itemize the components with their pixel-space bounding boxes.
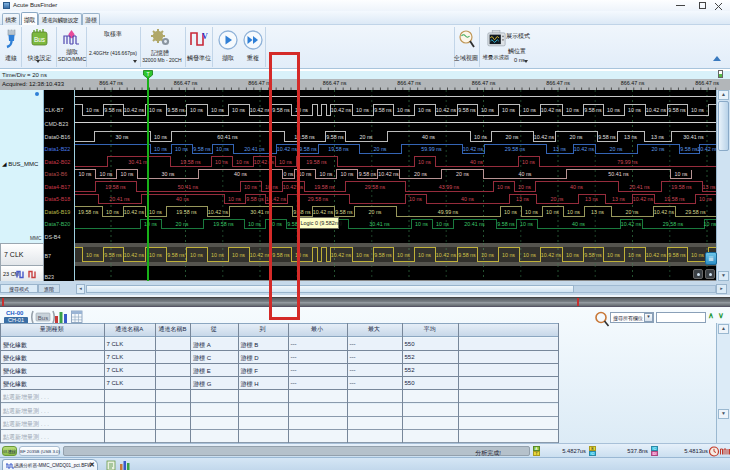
- svg-text:9.58 ns: 9.58 ns: [167, 107, 185, 113]
- svg-text:10 ns: 10 ns: [232, 252, 245, 258]
- svg-text:10.42 ns: 10.42 ns: [250, 252, 271, 258]
- svg-text:10.42 ns: 10.42 ns: [646, 252, 667, 258]
- svg-text:9.58 ns: 9.58 ns: [584, 252, 602, 258]
- svg-text:Data4-B17: Data4-B17: [45, 184, 71, 190]
- svg-text:13 ns: 13 ns: [612, 196, 625, 202]
- svg-text:10 ns: 10 ns: [418, 159, 431, 165]
- svg-text:10 ns: 10 ns: [607, 252, 620, 258]
- svg-text:10 ns: 10 ns: [190, 107, 203, 113]
- svg-text:9.58 ns: 9.58 ns: [335, 209, 353, 215]
- svg-text:T: T: [146, 71, 149, 77]
- svg-text:9.58 ns: 9.58 ns: [104, 252, 122, 258]
- svg-text:10 ns: 10 ns: [691, 252, 704, 258]
- svg-text:40 ns: 40 ns: [461, 196, 474, 202]
- svg-text:9.58 ns: 9.58 ns: [497, 221, 515, 227]
- svg-text:10 ns: 10 ns: [244, 184, 257, 190]
- svg-text:10.42 ns: 10.42 ns: [124, 209, 145, 215]
- svg-text:10 ns: 10 ns: [121, 171, 134, 177]
- svg-text:30 ns: 30 ns: [162, 171, 175, 177]
- svg-text:10.42 ns: 10.42 ns: [646, 107, 667, 113]
- svg-text:40 ns: 40 ns: [422, 134, 435, 140]
- svg-text:19.58 ns: 19.58 ns: [176, 209, 197, 215]
- svg-text:9.58 ns: 9.58 ns: [374, 107, 392, 113]
- svg-text:B7: B7: [45, 253, 52, 259]
- svg-text:10 ns: 10 ns: [356, 107, 369, 113]
- svg-text:49.99 ns: 49.99 ns: [438, 209, 459, 215]
- svg-text:20 ns: 20 ns: [414, 171, 427, 177]
- svg-text:10.42 ns: 10.42 ns: [436, 252, 457, 258]
- svg-text:20 ns: 20 ns: [626, 209, 639, 215]
- svg-text:10.42 ns: 10.42 ns: [124, 252, 145, 258]
- svg-text:19.58 ns: 19.58 ns: [78, 209, 99, 215]
- svg-text:10 ns: 10 ns: [79, 171, 92, 177]
- svg-text:40 ns: 40 ns: [234, 171, 247, 177]
- svg-text:10 ns: 10 ns: [546, 209, 559, 215]
- svg-text:10.42 ns: 10.42 ns: [633, 196, 654, 202]
- svg-text:9.58 ns: 9.58 ns: [598, 134, 616, 140]
- svg-text:19.58 ns: 19.58 ns: [306, 159, 327, 165]
- svg-text:13 ns: 13 ns: [651, 134, 664, 140]
- svg-text:Data7-B20: Data7-B20: [45, 221, 71, 227]
- svg-text:Data6-B19: Data6-B19: [45, 209, 71, 215]
- svg-text:10.42 ns: 10.42 ns: [463, 146, 484, 152]
- svg-text:50.41 ns: 50.41 ns: [608, 171, 629, 177]
- svg-text:10 ns: 10 ns: [248, 221, 261, 227]
- svg-text:10 ns: 10 ns: [211, 107, 224, 113]
- svg-text:10 ns: 10 ns: [86, 252, 99, 258]
- svg-text:10 ns: 10 ns: [436, 221, 449, 227]
- svg-text:9.58 ns: 9.58 ns: [167, 252, 185, 258]
- svg-text:30.41 ns: 30.41 ns: [369, 221, 390, 227]
- svg-text:13 ns: 13 ns: [553, 146, 566, 152]
- svg-text:10 ns: 10 ns: [86, 107, 99, 113]
- svg-text:9.58 ns: 9.58 ns: [246, 196, 264, 202]
- svg-text:Data1-B22: Data1-B22: [45, 146, 71, 152]
- svg-text:9.58 ns: 9.58 ns: [458, 252, 476, 258]
- svg-text:10.42 ns: 10.42 ns: [654, 209, 675, 215]
- svg-text:19.58 ns: 19.58 ns: [314, 184, 335, 190]
- svg-text:10 ns: 10 ns: [691, 107, 704, 113]
- svg-text:20 ns: 20 ns: [610, 146, 623, 152]
- svg-text:20.41 ns: 20.41 ns: [464, 221, 485, 227]
- svg-text:10.42 ns: 10.42 ns: [697, 146, 718, 152]
- svg-text:30.41 ns: 30.41 ns: [128, 159, 149, 165]
- svg-text:10.42 ns: 10.42 ns: [534, 134, 555, 140]
- svg-text:10 ns: 10 ns: [675, 171, 688, 177]
- svg-text:9.58 ns: 9.58 ns: [680, 146, 698, 152]
- svg-text:10 ns: 10 ns: [523, 107, 536, 113]
- svg-text:10 ns: 10 ns: [704, 221, 717, 227]
- svg-text:9.58 ns: 9.58 ns: [326, 134, 344, 140]
- svg-text:10 ns: 10 ns: [520, 221, 533, 227]
- svg-text:10 ns: 10 ns: [628, 107, 641, 113]
- svg-text:10 ns: 10 ns: [236, 159, 249, 165]
- svg-text:9.58 ns: 9.58 ns: [299, 146, 317, 152]
- svg-text:10 ns: 10 ns: [497, 184, 510, 190]
- svg-text:20 ns: 20 ns: [551, 196, 564, 202]
- svg-text:10.42 ns: 10.42 ns: [378, 171, 399, 177]
- svg-text:10 ns: 10 ns: [144, 221, 157, 227]
- svg-text:13 ns: 13 ns: [703, 184, 716, 190]
- svg-text:19.58 ns: 19.58 ns: [213, 221, 234, 227]
- svg-text:10 ns: 10 ns: [607, 107, 620, 113]
- svg-text:20.41 ns: 20.41 ns: [244, 146, 265, 152]
- svg-text:Data0-B16: Data0-B16: [45, 134, 71, 140]
- svg-text:10 ns: 10 ns: [211, 252, 224, 258]
- svg-text:10 ns: 10 ns: [356, 252, 369, 258]
- svg-text:CLK-B7: CLK-B7: [45, 107, 64, 113]
- svg-text:10 ns: 10 ns: [418, 252, 431, 258]
- svg-text:B23: B23: [45, 274, 55, 280]
- svg-text:9.58 ns: 9.58 ns: [193, 146, 211, 152]
- svg-text:29.58 ns: 29.58 ns: [365, 184, 386, 190]
- svg-text:9.58 ns: 9.58 ns: [458, 107, 476, 113]
- svg-text:10 ns: 10 ns: [397, 107, 410, 113]
- svg-text:9.58 ns: 9.58 ns: [374, 252, 392, 258]
- svg-text:10 ns: 10 ns: [481, 252, 494, 258]
- svg-text:9.58 ns: 9.58 ns: [584, 107, 602, 113]
- svg-text:10.42 ns: 10.42 ns: [124, 107, 145, 113]
- svg-text:10 ns: 10 ns: [228, 196, 241, 202]
- svg-text:20.41 ns: 20.41 ns: [109, 196, 130, 202]
- svg-text:10 ns: 10 ns: [216, 146, 229, 152]
- svg-text:40 ns: 40 ns: [176, 196, 189, 202]
- svg-text:20 ns: 20 ns: [369, 209, 382, 215]
- svg-text:30.41 ns: 30.41 ns: [683, 134, 704, 140]
- svg-text:10 ns: 10 ns: [320, 171, 333, 177]
